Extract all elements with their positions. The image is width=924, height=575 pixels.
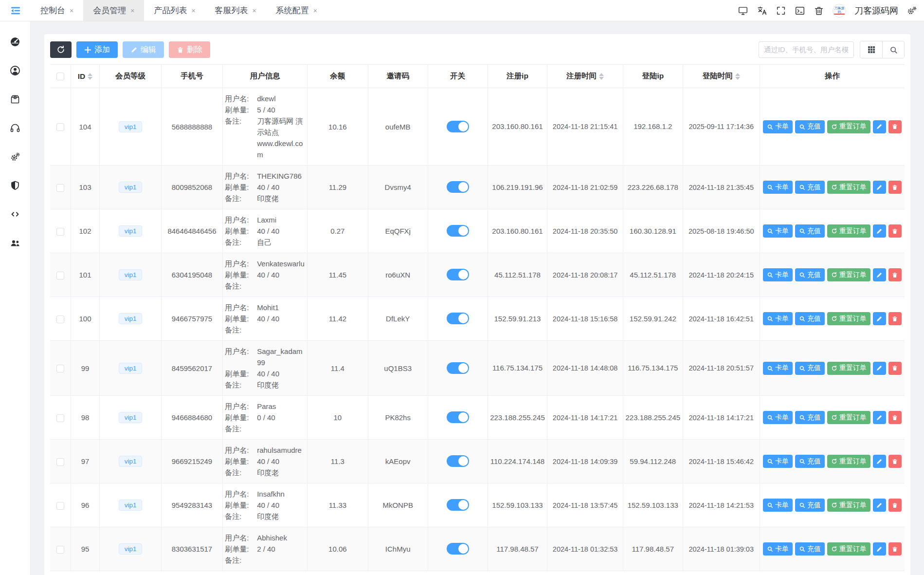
tab-控制台[interactable]: 控制台 × bbox=[31, 0, 83, 21]
sidebar-item-settings[interactable] bbox=[9, 151, 21, 163]
row-checkbox[interactable] bbox=[56, 123, 64, 131]
delete-row-button[interactable] bbox=[888, 181, 902, 194]
recharge-button[interactable]: 充值 bbox=[795, 542, 825, 556]
status-toggle[interactable] bbox=[447, 411, 469, 423]
recharge-button[interactable]: 充值 bbox=[795, 120, 825, 133]
edit-row-button[interactable] bbox=[873, 181, 886, 194]
delete-row-button[interactable] bbox=[888, 542, 902, 556]
edit-button-disabled[interactable]: 编辑 bbox=[123, 41, 164, 58]
tab-close-icon[interactable]: × bbox=[130, 7, 134, 15]
tab-会员管理[interactable]: 会员管理 × bbox=[83, 0, 144, 21]
sidebar-toggle-button[interactable] bbox=[0, 0, 31, 21]
card-order-button[interactable]: 卡单 bbox=[763, 268, 793, 281]
delete-row-button[interactable] bbox=[888, 411, 902, 424]
status-toggle[interactable] bbox=[447, 225, 469, 237]
row-checkbox[interactable] bbox=[56, 228, 64, 236]
card-order-button[interactable]: 卡单 bbox=[763, 542, 793, 556]
tab-close-icon[interactable]: × bbox=[70, 7, 73, 15]
row-checkbox[interactable] bbox=[56, 365, 64, 372]
row-checkbox[interactable] bbox=[56, 458, 64, 466]
recharge-button[interactable]: 充值 bbox=[795, 455, 825, 468]
recharge-button[interactable]: 充值 bbox=[795, 312, 825, 325]
reset-order-button[interactable]: 重置订单 bbox=[827, 499, 870, 512]
delete-button-disabled[interactable]: 删除 bbox=[169, 41, 210, 58]
card-order-button[interactable]: 卡单 bbox=[763, 411, 793, 424]
reset-order-button[interactable]: 重置订单 bbox=[827, 411, 870, 424]
status-toggle[interactable] bbox=[447, 313, 469, 324]
row-checkbox[interactable] bbox=[56, 502, 64, 510]
sort-carets-icon[interactable] bbox=[735, 73, 740, 80]
status-toggle[interactable] bbox=[447, 362, 469, 374]
reset-order-button[interactable]: 重置订单 bbox=[827, 362, 870, 375]
avatar[interactable]: 刀客源码 bbox=[833, 4, 846, 18]
card-order-button[interactable]: 卡单 bbox=[763, 120, 793, 133]
row-checkbox[interactable] bbox=[56, 184, 64, 192]
col-header-login-time[interactable]: 登陆时间 bbox=[683, 65, 760, 88]
col-header-reg-time[interactable]: 注册时间 bbox=[547, 65, 623, 88]
recharge-button[interactable]: 充值 bbox=[795, 499, 825, 512]
add-button[interactable]: 添加 bbox=[76, 41, 118, 58]
recharge-button[interactable]: 充值 bbox=[795, 181, 825, 194]
reset-order-button[interactable]: 重置订单 bbox=[827, 224, 870, 238]
refresh-button[interactable] bbox=[50, 41, 72, 58]
sort-carets-icon[interactable] bbox=[599, 73, 604, 80]
recharge-button[interactable]: 充值 bbox=[795, 411, 825, 424]
reset-order-button[interactable]: 重置订单 bbox=[827, 542, 870, 556]
row-checkbox[interactable] bbox=[56, 272, 64, 279]
recharge-button[interactable]: 充值 bbox=[795, 224, 825, 238]
edit-row-button[interactable] bbox=[873, 362, 886, 375]
status-toggle[interactable] bbox=[447, 121, 469, 132]
tab-close-icon[interactable]: × bbox=[253, 7, 256, 15]
status-toggle[interactable] bbox=[447, 455, 469, 467]
edit-row-button[interactable] bbox=[873, 312, 886, 325]
sort-carets-icon[interactable] bbox=[88, 73, 92, 80]
settings-gear-icon[interactable] bbox=[906, 5, 917, 16]
reset-order-button[interactable]: 重置订单 bbox=[827, 268, 870, 281]
sidebar-item-products[interactable] bbox=[9, 93, 21, 105]
search-input[interactable] bbox=[759, 41, 854, 58]
tab-系统配置[interactable]: 系统配置 × bbox=[266, 0, 327, 21]
terminal-icon[interactable] bbox=[795, 5, 805, 16]
search-button[interactable] bbox=[882, 41, 904, 58]
status-toggle[interactable] bbox=[447, 543, 469, 555]
tab-close-icon[interactable]: × bbox=[191, 7, 195, 15]
sidebar-item-security[interactable] bbox=[9, 180, 21, 191]
sidebar-item-support[interactable] bbox=[9, 122, 21, 134]
display-icon[interactable] bbox=[738, 5, 748, 16]
fullscreen-icon[interactable] bbox=[776, 5, 786, 16]
tab-close-icon[interactable]: × bbox=[313, 7, 317, 15]
grid-view-button[interactable] bbox=[860, 41, 882, 58]
select-all-checkbox[interactable] bbox=[56, 73, 64, 80]
status-toggle[interactable] bbox=[447, 269, 469, 280]
delete-row-button[interactable] bbox=[888, 312, 902, 325]
delete-row-button[interactable] bbox=[888, 120, 902, 133]
card-order-button[interactable]: 卡单 bbox=[763, 224, 793, 238]
status-toggle[interactable] bbox=[447, 181, 469, 193]
edit-row-button[interactable] bbox=[873, 411, 886, 424]
edit-row-button[interactable] bbox=[873, 268, 886, 281]
recharge-button[interactable]: 充值 bbox=[795, 268, 825, 281]
row-checkbox[interactable] bbox=[56, 315, 64, 323]
edit-row-button[interactable] bbox=[873, 542, 886, 556]
sidebar-item-members[interactable] bbox=[9, 65, 21, 76]
trash-icon[interactable] bbox=[814, 5, 824, 16]
sidebar-item-dashboard[interactable] bbox=[9, 36, 21, 48]
edit-row-button[interactable] bbox=[873, 455, 886, 468]
delete-row-button[interactable] bbox=[888, 224, 902, 238]
tab-产品列表[interactable]: 产品列表 × bbox=[144, 0, 205, 21]
edit-row-button[interactable] bbox=[873, 499, 886, 512]
delete-row-button[interactable] bbox=[888, 362, 902, 375]
edit-row-button[interactable] bbox=[873, 224, 886, 238]
status-toggle[interactable] bbox=[447, 499, 469, 511]
row-checkbox[interactable] bbox=[56, 414, 64, 422]
reset-order-button[interactable]: 重置订单 bbox=[827, 120, 870, 133]
delete-row-button[interactable] bbox=[888, 499, 902, 512]
reset-order-button[interactable]: 重置订单 bbox=[827, 312, 870, 325]
card-order-button[interactable]: 卡单 bbox=[763, 455, 793, 468]
edit-row-button[interactable] bbox=[873, 120, 886, 133]
delete-row-button[interactable] bbox=[888, 268, 902, 281]
card-order-button[interactable]: 卡单 bbox=[763, 499, 793, 512]
tab-客服列表[interactable]: 客服列表 × bbox=[205, 0, 266, 21]
card-order-button[interactable]: 卡单 bbox=[763, 312, 793, 325]
sidebar-item-dev[interactable] bbox=[9, 208, 21, 220]
